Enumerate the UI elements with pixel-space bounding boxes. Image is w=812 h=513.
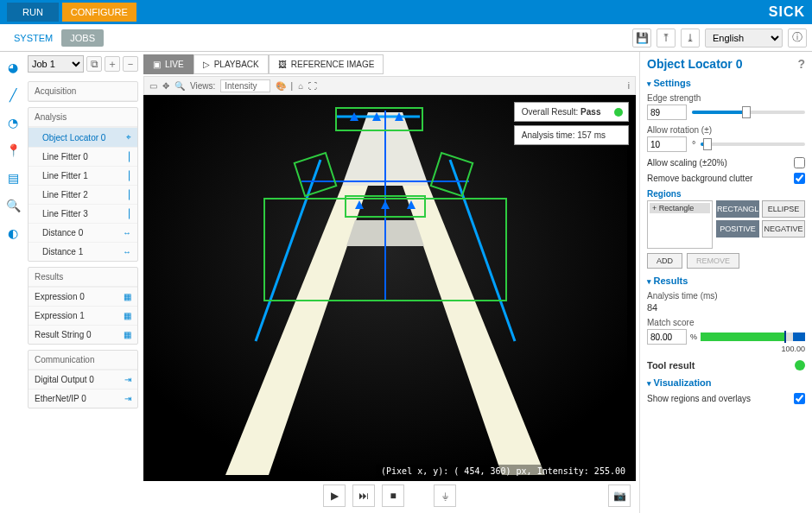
copy-job-icon[interactable]: ⧉ xyxy=(86,56,102,72)
views-select[interactable]: Intensity xyxy=(220,79,270,92)
language-select[interactable]: English xyxy=(705,28,783,48)
info-small-icon[interactable]: i xyxy=(628,81,630,91)
allow-rotation-label: Allow rotation (±) xyxy=(647,125,805,135)
play-button[interactable]: ▶ xyxy=(323,484,346,507)
group-acquisition[interactable]: Acquisition xyxy=(29,82,137,101)
line-icon: ⎮ xyxy=(127,190,131,200)
group-analysis[interactable]: Analysis xyxy=(29,108,137,127)
tab-system[interactable]: SYSTEM xyxy=(5,29,61,47)
pixel-coordinates: (Pixel x, y): ( 454, 360) px, Intensity:… xyxy=(376,465,631,478)
zoom-icon[interactable]: 🔍 xyxy=(174,81,185,91)
edge-strength-input[interactable] xyxy=(647,104,687,120)
snapshot-button[interactable]: 📷 xyxy=(608,484,631,507)
blob-tool-icon[interactable]: ◕ xyxy=(3,57,23,78)
percent-unit: % xyxy=(690,332,697,341)
tree-item-ethernet-ip[interactable]: EtherNet/IP 0⇥ xyxy=(29,389,137,408)
shape-ellipse-button[interactable]: ELLIPSE xyxy=(762,200,805,218)
edge-strength-slider[interactable] xyxy=(692,111,805,114)
upload-icon[interactable]: ⤒ xyxy=(657,28,676,48)
add-job-icon[interactable]: ＋ xyxy=(105,56,120,72)
panel-title: Object Locator 0 xyxy=(647,57,742,71)
camera-icon: ▣ xyxy=(153,60,161,69)
tree-item-line-fitter-1[interactable]: Line Fitter 1⎮ xyxy=(29,166,137,185)
tree-item-line-fitter-3[interactable]: Line Fitter 3⎮ xyxy=(29,204,137,223)
edge-strength-label: Edge strength xyxy=(647,93,805,103)
run-button[interactable]: RUN xyxy=(7,3,59,22)
tree-item-expression-1[interactable]: Expression 1▦ xyxy=(29,306,137,325)
pointer-icon[interactable]: ▭ xyxy=(149,81,157,91)
view-tab-playback[interactable]: ▷PLAYBACK xyxy=(193,54,269,74)
tree-item-line-fitter-0[interactable]: Line Fitter 0⎮ xyxy=(29,147,137,166)
section-settings[interactable]: Settings xyxy=(647,78,805,88)
save-icon[interactable]: 💾 xyxy=(632,28,651,48)
info-icon[interactable]: ⓘ xyxy=(788,28,807,48)
allow-rotation-slider[interactable] xyxy=(701,142,805,146)
remove-region-button[interactable]: REMOVE xyxy=(687,253,739,269)
match-score-label: Match score xyxy=(647,318,805,327)
view-tab-reference[interactable]: 🖼REFERENCE IMAGE xyxy=(269,54,384,74)
pie-tool-icon[interactable]: ◐ xyxy=(3,223,23,244)
section-visualization[interactable]: Visualization xyxy=(647,377,805,388)
help-icon[interactable]: ? xyxy=(797,57,805,71)
step-button[interactable]: ⏭ xyxy=(352,484,375,507)
tree-item-distance-0[interactable]: Distance 0↔ xyxy=(29,223,137,242)
tree-item-expression-0[interactable]: Expression 0▦ xyxy=(29,287,137,306)
palette-icon[interactable]: 🎨 xyxy=(276,81,286,91)
allow-scaling-checkbox[interactable] xyxy=(794,157,805,168)
download-icon[interactable]: ⤓ xyxy=(681,28,700,48)
trigger-button[interactable]: ⏚ xyxy=(434,484,456,507)
tree-item-line-fitter-2[interactable]: Line Fitter 2⎮ xyxy=(29,185,137,204)
tree-item-digital-output[interactable]: Digital Output 0⇥ xyxy=(29,370,137,389)
show-overlays-checkbox[interactable] xyxy=(794,393,805,404)
home-icon[interactable]: ⌂ xyxy=(298,81,303,91)
io-icon: ⇥ xyxy=(124,394,131,403)
group-results[interactable]: Results xyxy=(29,268,137,287)
tool-strip: ◕ ╱ ◔ 📍 ▤ 🔍 ◐ xyxy=(0,52,26,513)
analysis-time-value: 84 xyxy=(647,302,805,313)
shape-rectangle-button[interactable]: RECTANGLE xyxy=(716,200,759,218)
stop-button[interactable]: ■ xyxy=(382,484,404,507)
image-viewer[interactable]: Overall Result: Pass Analysis time: 157 … xyxy=(143,95,636,481)
polarity-negative-button[interactable]: NEGATIVE xyxy=(762,220,805,238)
analysis-time-box: Analysis time: 157 ms xyxy=(514,125,629,145)
polarity-positive-button[interactable]: POSITIVE xyxy=(716,220,759,238)
overall-result-box: Overall Result: Pass xyxy=(514,102,629,122)
tool-result-label: Tool result xyxy=(647,360,695,370)
match-score-bar xyxy=(701,332,805,341)
region-item[interactable]: + Rectangle xyxy=(650,203,710,213)
remove-bg-label: Remove background clutter xyxy=(647,174,752,183)
locator-tool-icon[interactable]: 📍 xyxy=(3,140,23,161)
tab-jobs[interactable]: JOBS xyxy=(61,29,104,47)
degree-unit: ° xyxy=(692,139,695,149)
group-communication[interactable]: Communication xyxy=(29,351,137,370)
views-label: Views: xyxy=(190,81,215,91)
configure-button[interactable]: CONFIGURE xyxy=(62,3,136,22)
show-overlays-label: Show regions and overlays xyxy=(647,394,751,403)
fullscreen-icon[interactable]: ⛶ xyxy=(308,81,317,91)
allow-rotation-input[interactable] xyxy=(647,136,687,152)
calc-icon: ▦ xyxy=(124,311,131,320)
string-icon: ▦ xyxy=(124,330,131,339)
view-tab-live[interactable]: ▣LIVE xyxy=(143,54,193,74)
match-score-max: 100.00 xyxy=(647,345,805,353)
tree-item-distance-1[interactable]: Distance 1↔ xyxy=(29,242,137,261)
tree-item-result-string[interactable]: Result String 0▦ xyxy=(29,325,137,344)
remove-bg-checkbox[interactable] xyxy=(794,173,805,184)
remove-job-icon[interactable]: － xyxy=(123,56,138,72)
shape-tool-icon[interactable]: ◔ xyxy=(3,112,23,133)
match-score-input[interactable] xyxy=(647,329,687,345)
ruler-icon: ↔ xyxy=(123,247,131,256)
analysis-time-label: Analysis time (ms) xyxy=(647,291,805,301)
list-tool-icon[interactable]: ▤ xyxy=(3,168,23,188)
add-region-button[interactable]: ADD xyxy=(647,253,682,269)
allow-scaling-label: Allow scaling (±20%) xyxy=(647,158,727,168)
inspect-tool-icon[interactable]: 🔍 xyxy=(3,195,23,216)
playback-icon: ▷ xyxy=(203,60,210,69)
edge-tool-icon[interactable]: ╱ xyxy=(3,85,23,105)
tree-item-object-locator[interactable]: Object Locator 0⌖ xyxy=(29,127,137,147)
move-icon[interactable]: ✥ xyxy=(162,81,169,91)
regions-list[interactable]: + Rectangle xyxy=(647,200,713,249)
section-results[interactable]: Results xyxy=(647,276,805,286)
job-select[interactable]: Job 1 xyxy=(28,55,84,73)
line-icon: ⎮ xyxy=(127,152,131,162)
